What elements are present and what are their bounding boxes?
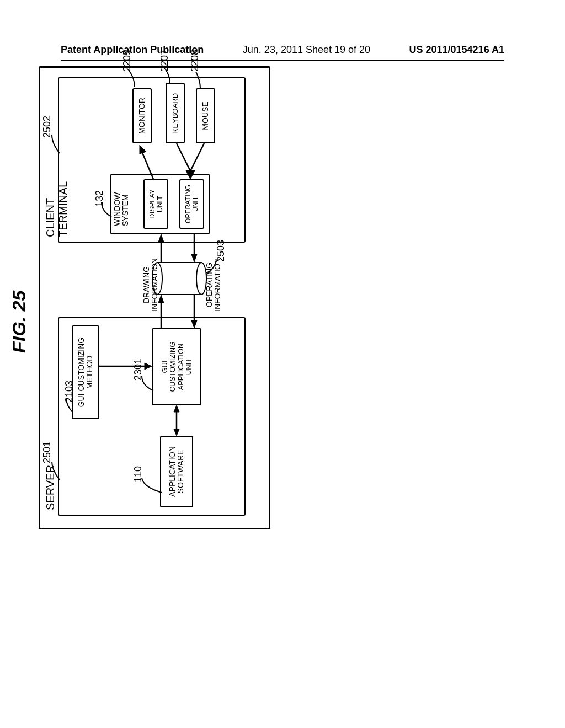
figure-title: FIG. 25: [8, 291, 30, 353]
application-software-box: APPLICATIONSOFTWARE: [160, 436, 193, 507]
operating-unit-label: OPERATINGUNIT: [184, 185, 199, 223]
lead-line-server: [51, 460, 61, 481]
lead-line-gcau: [141, 375, 154, 392]
window-system-label: WINDOWSYSTEM: [113, 192, 130, 226]
svg-marker-6: [140, 145, 146, 154]
gui-customizing-method-box: GUI CUSTOMIZINGMETHOD: [72, 325, 99, 419]
arrow-kb-mouse-to-operating: [174, 141, 210, 179]
arrow-display-to-monitor: [138, 143, 154, 179]
svg-marker-11: [158, 295, 164, 303]
monitor-box: MONITOR: [132, 88, 152, 143]
svg-marker-4: [174, 405, 179, 412]
arrow-network-to-gcau: [191, 295, 198, 328]
display-unit-box: DISPLAYUNIT: [143, 179, 168, 229]
arrow-drawing-to-network: [158, 295, 164, 328]
svg-line-5: [142, 153, 153, 179]
arrow-gcm-to-gcau: [99, 361, 152, 372]
mouse-box: MOUSE: [196, 88, 215, 143]
lead-line-mouse: [195, 71, 201, 89]
svg-marker-1: [145, 363, 152, 370]
svg-marker-17: [191, 320, 197, 328]
arrow-network-to-display: [158, 234, 164, 262]
page-header: Patent Application Publication Jun. 23, …: [0, 0, 565, 56]
mouse-ref: 2208: [189, 50, 201, 72]
network-cylinder: [152, 262, 207, 295]
display-unit-label: DISPLAYUNIT: [148, 189, 164, 219]
monitor-label: MONITOR: [137, 98, 146, 134]
lead-line-keyboard: [164, 68, 171, 84]
operating-information-label: OPERATINGINFORMATION: [205, 258, 222, 312]
gui-customizing-application-unit-label: GUICUSTOMIZINGAPPLICATIONUNIT: [161, 342, 193, 392]
keyboard-label: KEYBOARD: [171, 93, 179, 133]
svg-line-8: [190, 143, 204, 171]
figure-25: FIG. 25 SERVER 2501 GUI CUSTOMIZINGMETHO…: [28, 149, 524, 546]
svg-marker-3: [174, 429, 179, 436]
svg-line-7: [177, 143, 190, 171]
arrow-app-gcau: [172, 405, 181, 436]
svg-marker-9: [186, 170, 195, 179]
mouse-label: MOUSE: [201, 101, 210, 130]
lead-line-gcm: [65, 397, 75, 414]
keyboard-box: KEYBOARD: [166, 83, 185, 143]
header-publication-number: US 2011/0154216 A1: [409, 44, 504, 56]
operating-unit-box: OPERATINGUNIT: [179, 179, 204, 229]
application-software-label: APPLICATIONSOFTWARE: [168, 446, 185, 497]
lead-line-client: [51, 133, 61, 154]
arrow-operating-to-network: [191, 234, 198, 262]
lead-line-app: [141, 477, 163, 494]
client-terminal-label: CLIENT TERMINAL: [44, 149, 70, 237]
drawing-information-label: DRAWINGINFORMATION: [142, 258, 159, 312]
header-date-sheet: Jun. 23, 2011 Sheet 19 of 20: [243, 44, 370, 56]
svg-marker-15: [191, 254, 197, 262]
monitor-ref: 2205: [121, 50, 133, 72]
lead-line-monitor: [128, 69, 136, 88]
gui-customizing-method-label: GUI CUSTOMIZINGMETHOD: [77, 338, 94, 408]
gui-customizing-application-unit-box: GUICUSTOMIZINGAPPLICATIONUNIT: [152, 328, 201, 405]
lead-line-ws: [100, 201, 113, 218]
svg-marker-13: [158, 234, 164, 242]
